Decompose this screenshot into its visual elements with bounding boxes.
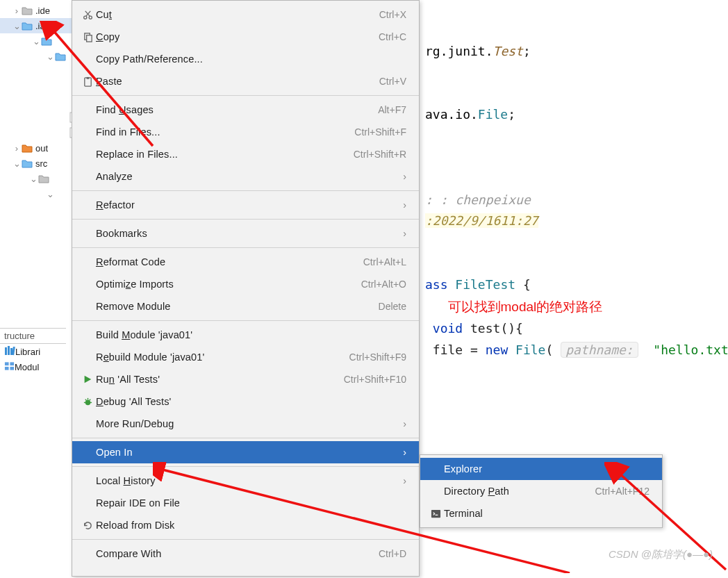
watermark: CSDN @陈培学(●—●) xyxy=(609,548,713,561)
menu-item[interactable]: Bookmarks› xyxy=(72,222,419,245)
structure-row[interactable]: Librari xyxy=(0,344,66,359)
shortcut-hint: Ctrl+Shift+F xyxy=(354,126,406,138)
menu-label: Analyze xyxy=(96,171,397,182)
folder-icon xyxy=(21,158,33,169)
open-in-submenu[interactable]: ExplorerDirectory PathCtrl+Alt+F12Termin… xyxy=(420,454,663,528)
menu-item[interactable]: Analyze› xyxy=(72,165,419,188)
shortcut-hint: Ctrl+V xyxy=(379,76,406,87)
menu-item[interactable]: Compare WithCtrl+D xyxy=(72,543,419,565)
modules-icon xyxy=(4,361,15,373)
shortcut-hint: Ctrl+X xyxy=(379,9,406,20)
class-ref: Test xyxy=(493,44,523,58)
svg-rect-21 xyxy=(86,76,89,79)
expand-arrow-icon[interactable]: ⌄ xyxy=(29,174,38,184)
paste-icon xyxy=(79,76,96,87)
svg-rect-7 xyxy=(8,346,10,355)
shortcut-hint: Ctrl+Shift+R xyxy=(354,149,406,160)
menu-item[interactable]: Directory PathCtrl+Alt+F12 xyxy=(420,480,662,502)
submenu-arrow-icon: › xyxy=(397,199,406,210)
menu-label: Find Usages xyxy=(96,104,378,115)
menu-item[interactable]: CopyCtrl+C xyxy=(72,26,419,48)
menu-item[interactable]: Reformat CodeCtrl+Alt+L xyxy=(72,251,419,273)
menu-separator xyxy=(72,539,419,540)
menu-item[interactable]: Reload from Disk xyxy=(72,514,419,536)
copy-icon xyxy=(79,32,96,42)
structure-panel: tructure LibrariModul xyxy=(0,328,66,374)
menu-label: Local History xyxy=(96,475,397,486)
menu-item[interactable]: Refactor› xyxy=(72,194,419,216)
menu-label: Replace in Files... xyxy=(96,149,354,160)
expand-arrow-icon[interactable]: › xyxy=(13,6,21,16)
menu-item[interactable]: Open In› xyxy=(72,441,419,463)
menu-item[interactable]: Optimize ImportsCtrl+Alt+O xyxy=(72,273,419,295)
menu-item[interactable]: Explorer xyxy=(420,458,662,480)
comment-date: 2022/9/1611:27 xyxy=(433,213,538,228)
shortcut-hint: Delete xyxy=(379,301,406,312)
folder-icon xyxy=(54,51,67,62)
menu-separator xyxy=(72,320,419,321)
submenu-arrow-icon: › xyxy=(397,171,406,182)
menu-item[interactable]: Debug 'All Tests' xyxy=(72,390,419,413)
debug-icon xyxy=(79,397,96,407)
menu-label: Terminal xyxy=(444,508,650,519)
expand-arrow-icon[interactable]: ⌄ xyxy=(13,158,21,169)
menu-label: Cut xyxy=(96,9,379,20)
menu-item[interactable]: More Run/Debug› xyxy=(72,413,419,435)
menu-label: Debug 'All Tests' xyxy=(96,396,406,407)
submenu-arrow-icon: › xyxy=(397,418,406,429)
structure-header: tructure xyxy=(0,328,66,344)
menu-item[interactable]: Find UsagesAlt+F7 xyxy=(72,99,419,121)
menu-label: Refactor xyxy=(96,199,397,210)
run-icon xyxy=(79,374,96,384)
structure-row[interactable]: Modul xyxy=(0,359,66,374)
expand-arrow-icon[interactable]: › xyxy=(13,143,21,154)
menu-separator xyxy=(72,466,419,467)
tree-label: .iav xyxy=(35,21,49,31)
menu-item[interactable]: Rebuild Module 'java01'Ctrl+Shift+F9 xyxy=(72,346,419,368)
folder-icon xyxy=(21,20,33,31)
menu-label: More Run/Debug xyxy=(96,418,397,429)
menu-item[interactable]: Replace in Files...Ctrl+Shift+R xyxy=(72,143,419,165)
menu-label: Copy xyxy=(96,31,379,42)
menu-label: Explorer xyxy=(444,463,650,474)
folder-icon xyxy=(54,188,67,199)
menu-label: Rebuild Module 'java01' xyxy=(96,352,349,363)
shortcut-hint: Ctrl+D xyxy=(379,548,406,559)
menu-label: Optimize Imports xyxy=(96,279,361,290)
menu-item[interactable]: Local History› xyxy=(72,470,419,492)
menu-item[interactable]: Run 'All Tests'Ctrl+Shift+F10 xyxy=(72,368,419,390)
expand-arrow-icon[interactable]: ⌄ xyxy=(32,36,40,47)
menu-item[interactable]: CutCtrl+X xyxy=(72,3,419,26)
shortcut-hint: Ctrl+Shift+F9 xyxy=(349,352,406,363)
menu-item[interactable]: Repair IDE on File xyxy=(72,492,419,514)
tree-label: out xyxy=(35,143,48,154)
expand-arrow-icon[interactable]: ⌄ xyxy=(46,189,54,199)
shortcut-hint: Ctrl+C xyxy=(379,31,406,42)
menu-label: Open In xyxy=(96,447,397,458)
menu-separator xyxy=(72,190,419,191)
menu-item[interactable]: PasteCtrl+V xyxy=(72,70,419,92)
svg-rect-12 xyxy=(5,366,9,370)
menu-separator xyxy=(72,247,419,248)
menu-item[interactable]: Remove ModuleDelete xyxy=(72,295,419,317)
svg-rect-6 xyxy=(5,347,7,355)
menu-separator xyxy=(72,438,419,438)
expand-arrow-icon[interactable]: ⌄ xyxy=(46,51,54,62)
menu-item[interactable]: Build Module 'java01' xyxy=(72,324,419,346)
menu-item[interactable]: Terminal xyxy=(420,502,662,525)
folder-icon xyxy=(38,173,50,184)
menu-item[interactable]: Find in Files...Ctrl+Shift+F xyxy=(72,121,419,143)
code-editor[interactable]: rg.junit.Test; ava.io.File; : : chenpeix… xyxy=(420,0,728,380)
menu-separator xyxy=(72,219,419,220)
menu-label: Copy Path/Reference... xyxy=(96,53,406,65)
folder-icon xyxy=(21,142,33,154)
expand-arrow-icon[interactable]: ⌄ xyxy=(13,21,21,31)
menu-label: Find in Files... xyxy=(96,126,354,138)
svg-line-27 xyxy=(89,399,90,400)
context-menu[interactable]: CutCtrl+XCopyCtrl+CCopy Path/Reference..… xyxy=(72,0,420,577)
reload-icon xyxy=(79,520,96,531)
svg-line-16 xyxy=(85,10,90,16)
svg-point-15 xyxy=(89,16,92,19)
submenu-arrow-icon: › xyxy=(397,447,406,458)
menu-item[interactable]: Copy Path/Reference... xyxy=(72,48,419,70)
